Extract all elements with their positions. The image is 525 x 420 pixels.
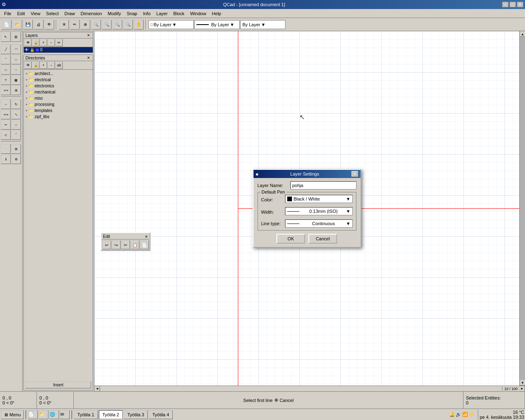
offset-btn[interactable]: ⊂ [1,130,11,140]
dir-item-architect[interactable]: + 📁 architect... [24,71,93,77]
menu-info[interactable]: Info [141,10,153,17]
dir-item-electrical[interactable]: + 📁 electrical [24,77,93,83]
layer-edit-btn[interactable]: ✏ [55,39,63,46]
snap-button[interactable]: ⊕ [80,20,90,30]
fillet-btn[interactable]: ⌒ [11,130,21,140]
copy-button[interactable]: 📋 [130,240,139,249]
dir-item-mechanical[interactable]: + 📁 mechanical [24,89,93,95]
info-btn[interactable]: ℹ [1,154,11,164]
redo-button[interactable]: ↪ [112,240,121,249]
vertical-scrollbar[interactable]: ▲ ▼ [519,31,525,386]
directory-panel-close[interactable]: ✕ [86,55,91,60]
dir-eye-btn[interactable]: 👁 [24,62,32,69]
prop-btn[interactable]: ⚙ [11,154,21,164]
canvas-area[interactable]: ↖ Edit ✕ ↩ ↪ ✂ 📋 📄 [94,31,519,386]
dir-remove-btn[interactable]: − [48,62,55,69]
menu-block[interactable]: Block [171,10,187,17]
menu-dimension[interactable]: Dimension [78,10,105,17]
layer-name-input[interactable] [290,181,356,189]
cancel-button[interactable]: Cancel [308,234,337,244]
dialog-close-button[interactable]: ✕ [352,171,358,177]
minimize-button[interactable]: − [502,2,509,7]
layer-dropdown[interactable]: □ By Layer ▼ [148,20,194,29]
dir-lock-btn[interactable]: 🔒 [32,62,39,69]
spline-btn[interactable]: ~ [11,65,21,75]
extend-btn[interactable]: ↔ [11,120,21,130]
ok-button[interactable]: OK [276,234,305,244]
dir-item-electronics[interactable]: + 📁 electronics [24,83,93,89]
width-dropdown[interactable]: 0.13mm (ISO) ▼ [285,207,353,215]
color-dropdown[interactable]: Black / White ▼ [285,195,353,203]
maximize-button[interactable]: □ [509,2,516,7]
zoom-in-button[interactable]: 🔍 [102,20,112,30]
zoom-fit-btn[interactable]: ⊞ [11,32,21,42]
menu-draw[interactable]: Draw [62,10,78,17]
select-btn[interactable]: ↖ [1,32,11,42]
linetype-dropdown[interactable]: Continuous ▼ [285,219,353,228]
dim-btn[interactable]: ⟺ [1,85,11,95]
horizontal-scrollbar[interactable]: ◄ 10 / 100 ► [94,386,525,391]
linewidth-dropdown[interactable]: By Layer ▼ [194,20,240,29]
pencil-button[interactable]: ✏ [70,20,80,30]
taskbar-tab-4[interactable]: Työtila 4 [148,410,173,419]
polyline-btn[interactable]: ⌒ [1,55,11,64]
trim-btn[interactable]: ✂ [1,120,11,130]
dir-text-btn[interactable]: ab [55,62,63,69]
menu-view[interactable]: View [28,10,43,17]
close-button[interactable]: ✕ [517,2,523,7]
save-button[interactable]: 💾 [23,20,33,30]
menu-edit[interactable]: Edit [15,10,27,17]
taskbar-tab-1[interactable]: Työtila 1 [74,410,98,419]
new-button[interactable]: 📄 [2,20,11,30]
zoom-out-button[interactable]: 🔍 [112,20,122,30]
hatch-btn[interactable]: ▦ [11,75,21,85]
zoom-prev-button[interactable]: 🔍 [123,20,133,30]
scroll-track-v[interactable] [520,37,525,380]
dir-item-zipf[interactable]: + 📁 zipf_libs [24,114,93,120]
layer-eye-btn[interactable]: 👁 [24,39,32,46]
start-button[interactable]: 🖥 Menu [1,410,24,419]
taskbar-tab-3[interactable]: Työtila 3 [123,410,148,419]
taskbar-icon-4[interactable]: ✉ [60,410,70,419]
line-btn[interactable]: ╱ [1,44,11,54]
zoom-all-button[interactable]: 🔍 [91,20,101,30]
preview-button[interactable]: 👁 [44,20,54,30]
grid-button[interactable]: ⊞ [59,20,69,30]
dir-item-processing[interactable]: + 📁 processing [24,101,93,107]
layer-lock-btn[interactable]: 🔒 [32,39,39,46]
block-btn[interactable]: ⊞ [11,85,21,95]
layer-add-btn[interactable]: + [40,39,47,46]
rect-btn[interactable]: □ [1,65,11,75]
rotate-btn[interactable]: ↻ [11,99,21,109]
scroll-right-button[interactable]: ► [519,386,525,392]
menu-snap[interactable]: Snap [124,10,140,17]
menu-modify[interactable]: Modify [105,10,123,17]
taskbar-icon-2[interactable]: 📁 [39,410,48,419]
dir-item-misc[interactable]: + 📁 misc [24,95,93,101]
menu-help[interactable]: Help [210,10,224,17]
scale-btn[interactable]: ⤡ [11,110,21,119]
layer-remove-btn[interactable]: − [48,39,55,46]
circle-btn[interactable]: ○ [11,55,21,64]
dir-add-btn[interactable]: + [40,62,47,69]
scroll-left-button[interactable]: ◄ [94,386,100,392]
arc-btn[interactable]: ◠ [11,44,21,54]
scroll-up-button[interactable]: ▲ [520,31,525,37]
menu-window[interactable]: Window [187,10,208,17]
move-btn[interactable]: ↔ [1,99,11,109]
linetype-dropdown[interactable]: By Layer ▼ [240,20,285,29]
print-button[interactable]: 🖨 [34,20,43,30]
menu-layer[interactable]: Layer [154,10,170,17]
taskbar-icon-3[interactable]: 🌐 [49,410,59,419]
paste-button[interactable]: 📄 [140,240,149,249]
snap-free-btn[interactable]: · [1,144,11,154]
open-button[interactable]: 📂 [12,20,22,30]
layer-panel-close[interactable]: ✕ [86,33,91,38]
taskbar-icon-1[interactable]: 📄 [28,410,38,419]
snap-grid-btn[interactable]: ⊞ [11,144,21,154]
layer-row-0[interactable]: 👁 🔓 0 [24,47,93,52]
taskbar-tab-2[interactable]: Työtila 2 [99,410,123,419]
pan-button[interactable]: ✋ [134,20,144,30]
scroll-down-button[interactable]: ▼ [520,380,525,386]
insert-button[interactable]: Insert [25,381,91,388]
